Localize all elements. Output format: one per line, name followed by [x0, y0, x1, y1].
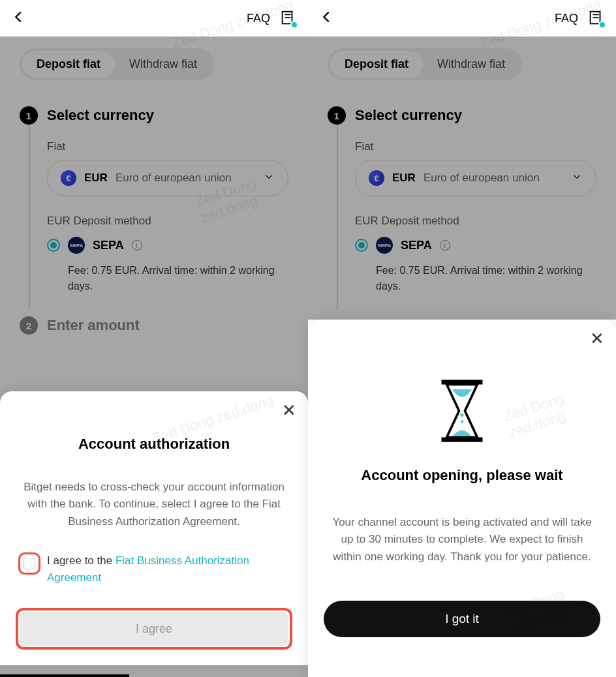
info-icon[interactable]: i [132, 240, 142, 250]
step-1-title: Select currency [355, 107, 462, 124]
chevron-down-icon [263, 171, 275, 185]
agree-checkbox-highlight [18, 552, 40, 575]
currency-select[interactable]: € EUR Euro of european union [355, 160, 596, 196]
back-icon[interactable] [12, 10, 26, 27]
fee-text: Fee: 0.75 EUR. Arrival time: within 2 wo… [68, 263, 277, 294]
agree-prefix: I agree to the [47, 554, 116, 567]
back-icon[interactable] [320, 10, 334, 27]
close-icon[interactable]: ✕ [282, 400, 296, 421]
tab-control: Deposit fiat Withdraw fiat [20, 48, 214, 80]
authorization-sheet: ✕ Account authorization Bitget needs to … [0, 391, 308, 665]
deposit-method-label: EUR Deposit method [355, 215, 596, 228]
currency-select[interactable]: € EUR Euro of european union [47, 160, 288, 196]
step-1-header: 1 Select currency [20, 106, 288, 125]
sheet-body-text: Bitget needs to cross-check your account… [16, 479, 292, 530]
currency-name: Euro of european union [116, 172, 255, 185]
tab-withdraw[interactable]: Withdraw fiat [115, 51, 211, 78]
tab-control: Deposit fiat Withdraw fiat [328, 48, 522, 80]
hourglass-icon [433, 378, 491, 444]
agree-checkbox[interactable] [23, 558, 35, 569]
screen-right: FAQ Deposit fiat Withdraw fiat 1 Select … [308, 0, 616, 677]
step-number-badge: 1 [328, 106, 346, 125]
screen-left: FAQ Deposit fiat Withdraw fiat 1 Select … [0, 0, 308, 677]
sepa-logo-icon: SEPA [376, 237, 393, 254]
step-2-title: Enter amount [47, 317, 140, 334]
sepa-option[interactable]: SEPA SEPA i [47, 237, 288, 254]
sepa-name: SEPA [401, 239, 432, 252]
faq-link[interactable]: FAQ [555, 12, 578, 25]
sepa-name: SEPA [93, 239, 124, 252]
agree-button-highlight: I agree [16, 608, 292, 650]
chevron-down-icon [571, 171, 583, 185]
faq-link[interactable]: FAQ [247, 12, 270, 25]
topbar: FAQ [308, 0, 616, 37]
step-1-title: Select currency [47, 107, 154, 124]
fiat-label: Fiat [355, 140, 596, 153]
currency-name: Euro of european union [424, 172, 563, 185]
svg-point-4 [460, 414, 463, 417]
eur-icon: € [369, 170, 384, 186]
eur-icon: € [61, 170, 76, 186]
step-2-header: 2 Enter amount [20, 316, 288, 335]
sheet-body-text: Your channel account is being activated … [324, 514, 600, 565]
wait-sheet: ✕ Account opening, please wait Your chan… [308, 320, 616, 677]
info-icon[interactable]: i [440, 240, 450, 250]
radio-icon [47, 239, 60, 252]
step-number-badge: 1 [20, 106, 38, 125]
radio-icon [355, 239, 368, 252]
sheet-title: Account authorization [16, 436, 292, 453]
agree-text: I agree to the Fiat Business Authorizati… [47, 552, 290, 586]
history-icon[interactable] [279, 10, 296, 27]
sepa-option[interactable]: SEPA SEPA i [355, 237, 596, 254]
history-icon[interactable] [587, 10, 604, 27]
step-1-header: 1 Select currency [328, 106, 596, 125]
tab-deposit[interactable]: Deposit fiat [22, 51, 115, 78]
fee-text: Fee: 0.75 EUR. Arrival time: within 2 wo… [376, 263, 585, 294]
got-it-button[interactable]: I got it [324, 601, 600, 637]
currency-code: EUR [84, 172, 108, 185]
svg-point-5 [461, 420, 464, 423]
step-number-badge: 2 [20, 316, 38, 335]
sepa-logo-icon: SEPA [68, 237, 85, 254]
topbar: FAQ [0, 0, 308, 37]
sheet-title: Account opening, please wait [324, 467, 600, 484]
deposit-method-label: EUR Deposit method [47, 215, 288, 228]
fiat-label: Fiat [47, 140, 288, 153]
tab-withdraw[interactable]: Withdraw fiat [423, 51, 519, 78]
tab-deposit[interactable]: Deposit fiat [330, 51, 423, 78]
close-icon[interactable]: ✕ [590, 329, 604, 349]
currency-code: EUR [392, 172, 416, 185]
agree-button[interactable]: I agree [20, 612, 288, 646]
